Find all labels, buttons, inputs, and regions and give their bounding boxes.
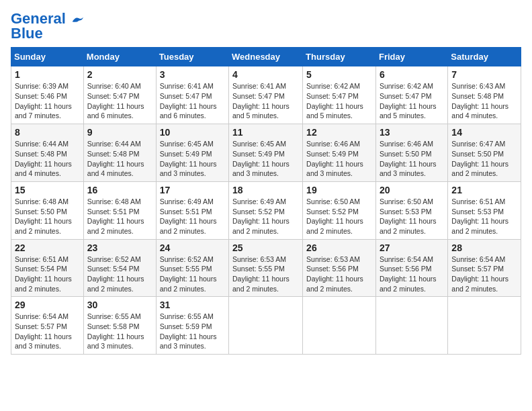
day-info: Sunrise: 6:47 AMSunset: 5:50 PMDaylight:… — [451, 140, 508, 177]
day-number: 2 — [87, 69, 152, 80]
day-number: 25 — [232, 242, 299, 253]
day-info: Sunrise: 6:53 AMSunset: 5:56 PMDaylight:… — [306, 255, 363, 293]
day-number: 27 — [380, 242, 444, 253]
calendar-cell: 8 Sunrise: 6:44 AMSunset: 5:48 PMDayligh… — [11, 124, 84, 182]
day-info: Sunrise: 6:50 AMSunset: 5:53 PMDaylight:… — [380, 197, 437, 235]
day-number: 30 — [87, 300, 152, 310]
day-info: Sunrise: 6:45 AMSunset: 5:49 PMDaylight:… — [232, 140, 290, 177]
weekday-header: Tuesday — [156, 48, 228, 66]
day-number: 28 — [451, 242, 517, 253]
day-info: Sunrise: 6:54 AMSunset: 5:57 PMDaylight:… — [451, 255, 508, 293]
day-info: Sunrise: 6:50 AMSunset: 5:52 PMDaylight:… — [306, 197, 363, 235]
calendar-cell: 10 Sunrise: 6:45 AMSunset: 5:49 PMDaylig… — [156, 124, 228, 182]
day-info: Sunrise: 6:55 AMSunset: 5:58 PMDaylight:… — [87, 312, 144, 350]
day-number: 7 — [451, 69, 517, 80]
day-info: Sunrise: 6:42 AMSunset: 5:47 PMDaylight:… — [380, 82, 437, 120]
day-number: 10 — [160, 127, 225, 138]
calendar-cell: 21 Sunrise: 6:51 AMSunset: 5:53 PMDaylig… — [448, 181, 521, 239]
day-number: 16 — [87, 185, 152, 195]
calendar-cell: 5 Sunrise: 6:42 AMSunset: 5:47 PMDayligh… — [303, 66, 376, 124]
calendar-cell — [229, 297, 303, 355]
calendar-cell: 2 Sunrise: 6:40 AMSunset: 5:47 PMDayligh… — [83, 66, 156, 124]
day-info: Sunrise: 6:51 AMSunset: 5:53 PMDaylight:… — [451, 197, 508, 235]
calendar-cell: 16 Sunrise: 6:48 AMSunset: 5:51 PMDaylig… — [83, 181, 156, 239]
calendar-cell: 28 Sunrise: 6:54 AMSunset: 5:57 PMDaylig… — [448, 239, 521, 297]
day-number: 14 — [451, 127, 517, 138]
calendar-cell: 14 Sunrise: 6:47 AMSunset: 5:50 PMDaylig… — [448, 124, 521, 182]
day-number: 26 — [306, 242, 372, 253]
calendar-table: SundayMondayTuesdayWednesdayThursdayFrid… — [11, 47, 521, 355]
day-info: Sunrise: 6:49 AMSunset: 5:52 PMDaylight:… — [232, 197, 290, 235]
day-number: 12 — [306, 127, 372, 138]
calendar-cell: 1 Sunrise: 6:39 AMSunset: 5:46 PMDayligh… — [11, 66, 84, 124]
page-header: General Blue — [11, 11, 521, 42]
day-info: Sunrise: 6:42 AMSunset: 5:47 PMDaylight:… — [306, 82, 363, 120]
day-info: Sunrise: 6:53 AMSunset: 5:55 PMDaylight:… — [232, 255, 290, 293]
calendar-cell: 20 Sunrise: 6:50 AMSunset: 5:53 PMDaylig… — [375, 181, 447, 239]
calendar-cell: 11 Sunrise: 6:45 AMSunset: 5:49 PMDaylig… — [229, 124, 303, 182]
calendar-cell — [303, 297, 376, 355]
day-info: Sunrise: 6:55 AMSunset: 5:59 PMDaylight:… — [160, 312, 217, 350]
day-info: Sunrise: 6:48 AMSunset: 5:50 PMDaylight:… — [15, 197, 72, 235]
calendar-cell: 9 Sunrise: 6:44 AMSunset: 5:48 PMDayligh… — [83, 124, 156, 182]
day-number: 20 — [380, 185, 444, 195]
day-info: Sunrise: 6:46 AMSunset: 5:49 PMDaylight:… — [306, 140, 363, 177]
day-number: 31 — [160, 300, 225, 310]
calendar-cell: 30 Sunrise: 6:55 AMSunset: 5:58 PMDaylig… — [83, 297, 156, 355]
day-info: Sunrise: 6:54 AMSunset: 5:56 PMDaylight:… — [380, 255, 437, 293]
calendar-cell: 19 Sunrise: 6:50 AMSunset: 5:52 PMDaylig… — [303, 181, 376, 239]
day-info: Sunrise: 6:54 AMSunset: 5:57 PMDaylight:… — [15, 312, 72, 350]
day-info: Sunrise: 6:46 AMSunset: 5:50 PMDaylight:… — [380, 140, 437, 177]
calendar-cell: 29 Sunrise: 6:54 AMSunset: 5:57 PMDaylig… — [11, 297, 84, 355]
calendar-header-row: SundayMondayTuesdayWednesdayThursdayFrid… — [11, 48, 521, 66]
calendar-cell — [448, 297, 521, 355]
calendar-cell — [375, 297, 447, 355]
day-number: 23 — [87, 242, 152, 253]
calendar-cell: 7 Sunrise: 6:43 AMSunset: 5:48 PMDayligh… — [448, 66, 521, 124]
day-info: Sunrise: 6:45 AMSunset: 5:49 PMDaylight:… — [160, 140, 217, 177]
day-info: Sunrise: 6:52 AMSunset: 5:54 PMDaylight:… — [87, 255, 144, 293]
weekday-header: Friday — [375, 48, 447, 66]
calendar-cell: 12 Sunrise: 6:46 AMSunset: 5:49 PMDaylig… — [303, 124, 376, 182]
calendar-cell: 26 Sunrise: 6:53 AMSunset: 5:56 PMDaylig… — [303, 239, 376, 297]
day-number: 8 — [15, 127, 80, 138]
calendar-cell: 22 Sunrise: 6:51 AMSunset: 5:54 PMDaylig… — [11, 239, 84, 297]
day-number: 15 — [15, 185, 80, 195]
day-info: Sunrise: 6:40 AMSunset: 5:47 PMDaylight:… — [87, 82, 144, 120]
calendar-week-row: 1 Sunrise: 6:39 AMSunset: 5:46 PMDayligh… — [11, 66, 521, 124]
day-info: Sunrise: 6:39 AMSunset: 5:46 PMDaylight:… — [15, 82, 72, 120]
calendar-week-row: 29 Sunrise: 6:54 AMSunset: 5:57 PMDaylig… — [11, 297, 521, 355]
weekday-header: Monday — [83, 48, 156, 66]
weekday-header: Wednesday — [229, 48, 303, 66]
day-info: Sunrise: 6:51 AMSunset: 5:54 PMDaylight:… — [15, 255, 72, 293]
day-info: Sunrise: 6:41 AMSunset: 5:47 PMDaylight:… — [232, 82, 290, 120]
calendar-cell: 3 Sunrise: 6:41 AMSunset: 5:47 PMDayligh… — [156, 66, 228, 124]
day-number: 22 — [15, 242, 80, 253]
weekday-header: Sunday — [11, 48, 84, 66]
day-number: 19 — [306, 185, 372, 195]
calendar-cell: 18 Sunrise: 6:49 AMSunset: 5:52 PMDaylig… — [229, 181, 303, 239]
calendar-week-row: 15 Sunrise: 6:48 AMSunset: 5:50 PMDaylig… — [11, 181, 521, 239]
day-info: Sunrise: 6:49 AMSunset: 5:51 PMDaylight:… — [160, 197, 217, 235]
day-number: 9 — [87, 127, 152, 138]
day-number: 3 — [160, 69, 225, 80]
weekday-header: Thursday — [303, 48, 376, 66]
day-info: Sunrise: 6:44 AMSunset: 5:48 PMDaylight:… — [87, 140, 144, 177]
day-number: 13 — [380, 127, 444, 138]
day-info: Sunrise: 6:48 AMSunset: 5:51 PMDaylight:… — [87, 197, 144, 235]
calendar-body: 1 Sunrise: 6:39 AMSunset: 5:46 PMDayligh… — [11, 66, 521, 355]
logo: General Blue — [11, 11, 83, 42]
day-info: Sunrise: 6:52 AMSunset: 5:55 PMDaylight:… — [160, 255, 217, 293]
day-number: 29 — [15, 300, 80, 310]
calendar-cell: 25 Sunrise: 6:53 AMSunset: 5:55 PMDaylig… — [229, 239, 303, 297]
day-number: 18 — [232, 185, 299, 195]
calendar-cell: 24 Sunrise: 6:52 AMSunset: 5:55 PMDaylig… — [156, 239, 228, 297]
calendar-cell: 13 Sunrise: 6:46 AMSunset: 5:50 PMDaylig… — [375, 124, 447, 182]
day-number: 17 — [160, 185, 225, 195]
calendar-cell: 6 Sunrise: 6:42 AMSunset: 5:47 PMDayligh… — [375, 66, 447, 124]
day-info: Sunrise: 6:44 AMSunset: 5:48 PMDaylight:… — [15, 140, 72, 177]
day-number: 21 — [451, 185, 517, 195]
calendar-cell: 4 Sunrise: 6:41 AMSunset: 5:47 PMDayligh… — [229, 66, 303, 124]
day-number: 4 — [232, 69, 299, 80]
day-number: 24 — [160, 242, 225, 253]
